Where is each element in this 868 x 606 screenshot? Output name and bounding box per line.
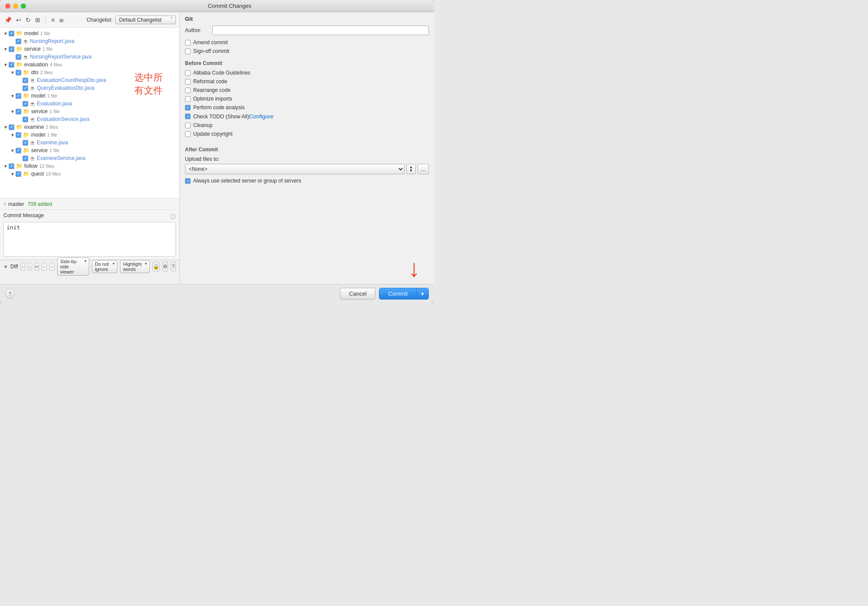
checkbox[interactable] [23, 78, 28, 83]
item-name: Examine.java [37, 140, 68, 146]
up-arrow-btn[interactable]: ↑ [21, 263, 25, 270]
help-button[interactable]: ? [5, 289, 15, 299]
file-tree-toolbar: 📌 ↩ ↻ ⊞ ≡ ≣ Changelist: Default Changeli… [0, 12, 179, 28]
checkbox[interactable] [9, 62, 14, 68]
tree-item[interactable]: ☕ NursingReportService.java [0, 53, 179, 61]
checkbox[interactable] [23, 101, 28, 107]
tree-item[interactable]: ☕ EvaluationService.java [0, 115, 179, 123]
tree-item[interactable]: ☕ EvaluationCountRespDto.java [0, 76, 179, 84]
clock-icon[interactable]: 🕐 [170, 214, 176, 219]
checkbox[interactable] [23, 156, 28, 161]
cleanup-checkbox[interactable] [185, 123, 191, 128]
file-tree: ▼ 📁 model 1 file ☕ NursingReport.java [0, 28, 179, 198]
checkbox[interactable] [23, 85, 28, 91]
refresh-icon[interactable]: ↩ [15, 16, 22, 24]
checkbox[interactable] [16, 54, 21, 60]
upload-more-button[interactable]: … [418, 164, 429, 174]
edit-btn[interactable]: ✏ [35, 263, 39, 270]
checkbox[interactable] [16, 93, 21, 99]
help-diff-icon[interactable]: ? [171, 262, 176, 271]
item-name: model [24, 30, 39, 36]
configure-link[interactable]: Configure [249, 113, 273, 120]
always-use-label: Always use selected server or group of s… [193, 178, 301, 184]
checkbox[interactable] [9, 31, 14, 36]
prev-btn[interactable]: ← [42, 263, 47, 270]
upload-stepper[interactable]: ▲ ▼ [406, 164, 416, 174]
checkbox[interactable] [16, 39, 21, 44]
minimize-button[interactable] [13, 3, 18, 9]
signoff-checkbox[interactable] [185, 49, 191, 54]
optimize-label: Optimize imports [193, 96, 232, 102]
tree-item[interactable]: ▼ 📁 model 1 file [0, 131, 179, 139]
optimize-checkbox[interactable] [185, 96, 191, 102]
checkbox[interactable] [23, 117, 28, 122]
item-name: service [31, 147, 48, 153]
maximize-button[interactable] [21, 3, 26, 9]
todo-row: Check TODO (Show All) Configure [185, 113, 429, 120]
reformat-label: Reformat code [193, 78, 227, 85]
ignore-dropdown[interactable]: Do not ignore [92, 260, 117, 273]
tree-item[interactable]: ▼ 📁 quest 10 files [0, 170, 179, 178]
cancel-button[interactable]: Cancel [340, 288, 376, 300]
amend-label: Amend commit [193, 39, 228, 46]
checkbox[interactable] [9, 124, 14, 130]
checkbox[interactable] [16, 132, 21, 138]
settings-icon[interactable]: ⚙ [162, 262, 168, 271]
checkbox[interactable] [16, 148, 21, 153]
checkbox[interactable] [16, 109, 21, 114]
amend-checkbox[interactable] [185, 40, 191, 46]
tree-item[interactable]: ▼ 📁 follow 12 files [0, 162, 179, 170]
checkbox[interactable] [16, 171, 21, 177]
next-btn[interactable]: → [49, 263, 55, 270]
author-input[interactable] [212, 26, 429, 35]
highlight-dropdown[interactable]: Highlight words [120, 260, 150, 273]
commit-message-input[interactable]: init [3, 222, 176, 257]
expand-icon[interactable]: ≣ [58, 16, 65, 24]
down-arrow-btn[interactable]: ↓ [28, 263, 32, 270]
tree-item[interactable]: ☕ NursingReport.java [0, 37, 179, 45]
always-use-checkbox[interactable] [185, 178, 191, 184]
close-button[interactable] [5, 3, 10, 9]
branch-icon: ⑂ [3, 201, 6, 207]
rearrange-checkbox[interactable] [185, 88, 191, 93]
pin-icon[interactable]: 📌 [3, 16, 13, 24]
java-file-icon: ☕ [30, 78, 35, 83]
commit-message-section: Commit Message 🕐 init [0, 209, 179, 260]
tree-item[interactable]: ☕ Evaluation.java [0, 100, 179, 108]
tree-item[interactable]: ☕ ExamineService.java [0, 154, 179, 162]
folder-icon: 📁 [23, 108, 29, 114]
refresh2-icon[interactable]: ↻ [25, 16, 32, 24]
alibaba-checkbox[interactable] [185, 70, 191, 76]
reformat-checkbox[interactable] [185, 79, 191, 85]
viewer-dropdown[interactable]: Side-by-side viewer [57, 257, 89, 276]
checkbox[interactable] [9, 46, 14, 52]
commit-dropdown-button[interactable]: ▼ [416, 288, 429, 300]
lock-icon[interactable]: 🔒 [152, 262, 160, 271]
alibaba-label: Alibaba Code Guidelines [193, 70, 250, 76]
tree-item[interactable]: ▼ 📁 model 1 file [0, 92, 179, 100]
tree-item[interactable]: ▼ 📁 service 1 file [0, 147, 179, 154]
status-bar: ⑂ master 709 added [0, 198, 179, 209]
tree-item[interactable]: ▼ 📁 service 1 file [0, 108, 179, 115]
collapse-diff-icon[interactable]: ▼ [3, 264, 8, 269]
folder-icon: 📁 [23, 93, 29, 99]
group-icon[interactable]: ⊞ [34, 16, 41, 24]
checkbox[interactable] [16, 70, 21, 75]
tree-item[interactable]: ▼ 📁 service 1 file [0, 45, 179, 53]
tree-item[interactable]: ▼ 📁 evaluation 4 files [0, 61, 179, 68]
upload-dropdown[interactable]: <None> [185, 164, 405, 174]
tree-item[interactable]: ☕ Examine.java [0, 139, 179, 147]
collapse-icon[interactable]: ≡ [50, 16, 55, 24]
checkbox[interactable] [23, 140, 28, 146]
tree-item[interactable]: ▼ 📁 dto 2 files [0, 68, 179, 76]
analysis-checkbox[interactable] [185, 105, 191, 111]
copyright-checkbox[interactable] [185, 131, 191, 137]
commit-button[interactable]: Commit [379, 288, 416, 300]
author-row: Author: [185, 26, 429, 35]
tree-item[interactable]: ☕ QueryEvaluationDto.java [0, 84, 179, 92]
tree-item[interactable]: ▼ 📁 examine 2 files [0, 123, 179, 131]
tree-item[interactable]: ▼ 📁 model 1 file [0, 29, 179, 37]
checkbox[interactable] [9, 163, 14, 169]
changelist-dropdown[interactable]: Default Changelist [115, 16, 176, 24]
todo-checkbox[interactable] [185, 114, 191, 119]
